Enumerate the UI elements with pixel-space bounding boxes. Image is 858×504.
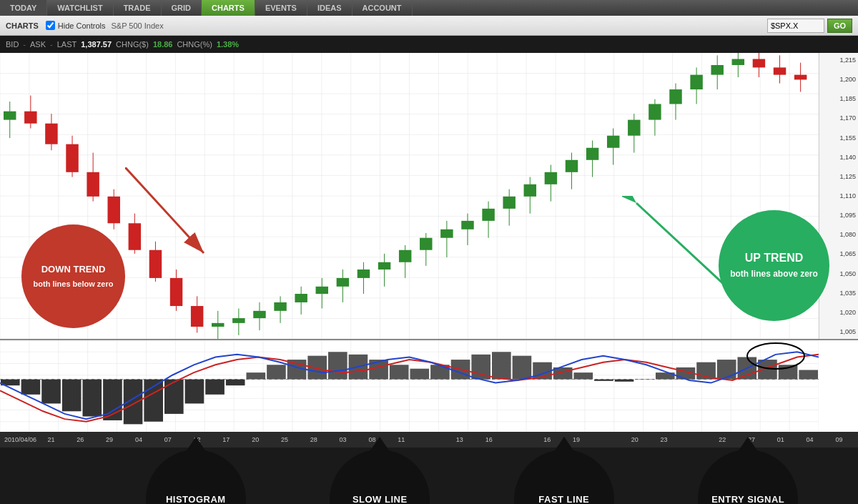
up-trend-annotation: UP TREND both lines above zero [719,210,829,321]
histogram-label: HISTOGRAM [166,494,226,504]
hide-controls-checkbox[interactable] [46,21,55,30]
chngpct-label: CHNG(%) [177,40,212,49]
last-label: LAST [57,40,77,49]
go-button[interactable]: GO [827,19,852,33]
entry-signal-label: ENTRY SIGNAL [711,494,784,504]
price-scale: 1,2151,2001,1851,1701,1551,1401,1251,110… [819,53,858,339]
nav-today[interactable]: TODAY [0,0,47,16]
symbol-input[interactable] [767,19,824,33]
ask-label: ASK [30,40,46,49]
slow-line-bubble: SLOW LINE [330,450,430,504]
date-bar: 2010/04/06212629040712172025280308111316… [0,432,858,448]
nav-trade[interactable]: TRADE [114,0,162,16]
nav-ideas[interactable]: IDEAS [307,0,352,16]
oscillator-chart[interactable]: 271890-9-18-27-36-45 [0,339,858,432]
down-trend-annotation: DOWN TREND both lines below zero [21,224,125,328]
fast-line-bubble: FAST LINE [514,450,614,504]
slow-line-label: SLOW LINE [352,494,408,504]
chng-value: 18.86 [153,40,173,49]
bid-label: BID [6,40,19,49]
symbol-description: S&P 500 Index [111,21,163,30]
nav-watchlist[interactable]: WATCHLIST [47,0,113,16]
nav-account[interactable]: ACCOUNT [352,0,413,16]
toolbar: CHARTS Hide Controls S&P 500 Index GO [0,16,858,36]
last-value: 1,387.57 [81,40,112,49]
hide-controls-label: Hide Controls [58,21,106,30]
nav-events[interactable]: EVENTS [255,0,307,16]
nav-charts[interactable]: CHARTS [202,0,255,16]
chngpct-value: 1.38% [217,40,239,49]
up-trend-title: UP TREND [745,251,804,266]
nav-grid[interactable]: GRID [162,0,202,16]
entry-signal-bubble: ENTRY SIGNAL [698,450,798,504]
quote-bar: BID - ASK - LAST 1,387.57 CHNG($) 18.86 … [0,36,858,53]
bubble-container: HISTOGRAM SLOW LINE FAST LINE ENTRY SIGN… [0,448,858,504]
histogram-bubble: HISTOGRAM [146,450,246,504]
symbol-search-area: GO [767,19,852,33]
charts-label: CHARTS [6,21,39,30]
up-trend-sub: both lines above zero [730,269,818,280]
top-navigation: TODAY WATCHLIST TRADE GRID CHARTS EVENTS… [0,0,858,16]
down-trend-sub: both lines below zero [34,279,114,289]
chng-label: CHNG($) [116,40,149,49]
down-trend-title: DOWN TREND [41,264,106,276]
fast-line-label: FAST LINE [538,494,589,504]
chart-container: 1,2151,2001,1851,1701,1551,1401,1251,110… [0,53,858,503]
